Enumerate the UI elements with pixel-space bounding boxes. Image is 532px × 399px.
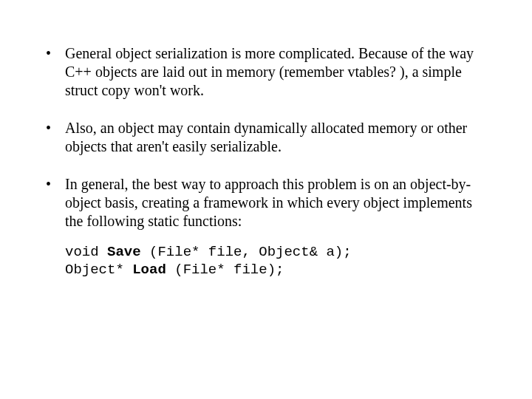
bullet-item: In general, the best way to approach thi… (44, 175, 488, 231)
code-bold: Save (107, 244, 141, 260)
code-text: (File* file, Object& a); (141, 244, 352, 260)
code-block: void Save (File* file, Object& a); Objec… (44, 244, 488, 279)
code-bold: Load (132, 262, 166, 278)
bullet-list: General object serialization is more com… (44, 44, 488, 231)
code-text: (File* file); (166, 262, 284, 278)
bullet-text: Also, an object may contain dynamically … (65, 120, 467, 154)
bullet-item: General object serialization is more com… (44, 44, 488, 100)
bullet-text: In general, the best way to approach thi… (65, 176, 472, 229)
bullet-item: Also, an object may contain dynamically … (44, 119, 488, 156)
slide: General object serialization is more com… (0, 0, 532, 399)
bullet-text: General object serialization is more com… (65, 45, 474, 98)
code-text: Object* (65, 262, 132, 278)
code-text: void (65, 244, 107, 260)
